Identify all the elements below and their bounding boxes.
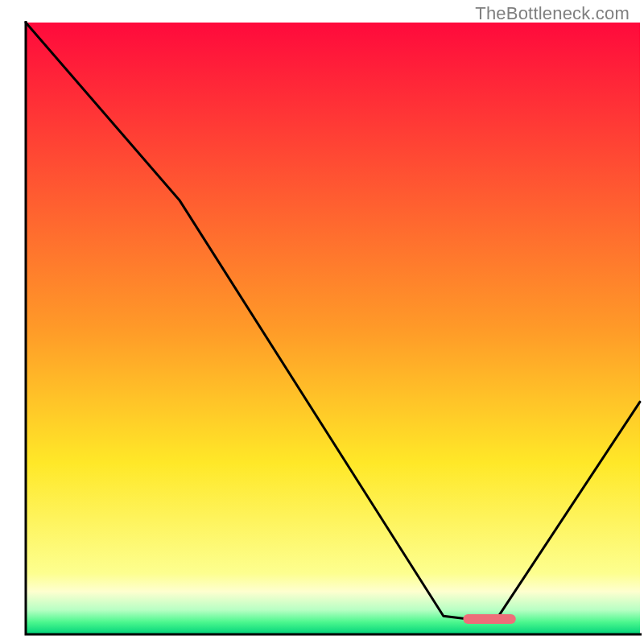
bottleneck-chart-canvas	[0, 0, 644, 644]
watermark-text: TheBottleneck.com	[475, 3, 630, 24]
chart-container: TheBottleneck.com	[0, 0, 644, 644]
